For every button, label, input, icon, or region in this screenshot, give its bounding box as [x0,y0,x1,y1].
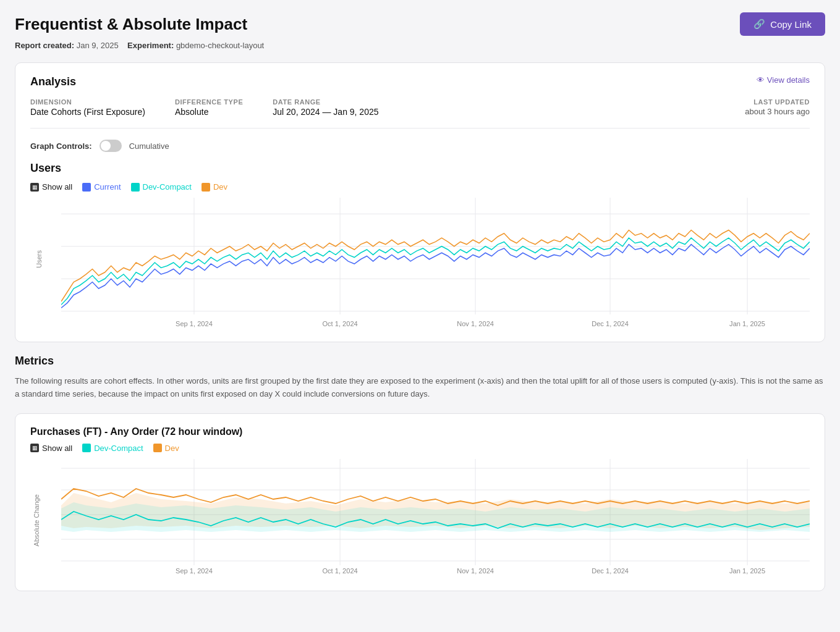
users-y-label: Users [35,250,43,268]
users-title: Users [30,162,810,175]
legend-current[interactable]: Current [82,182,121,192]
copy-link-button[interactable]: 🔗 Copy Link [740,12,825,36]
last-updated-label: last updated [745,98,810,106]
purchases-chart-svg: 1 0.5 0 -0.5 -1 Sep 1, 2024 Oct 1, 2024 … [61,459,810,576]
purchases-legend-dev-compact[interactable]: Dev-Compact [82,444,143,453]
graph-controls-label: Graph Controls: [30,141,92,151]
svg-text:Sep 1, 2024: Sep 1, 2024 [176,567,213,575]
dimension-value: Date Cohorts (First Exposure) [30,107,145,117]
metrics-section: Metrics The following results are cohort… [15,355,825,591]
users-chart-container: Users 80 60 40 20 [30,198,810,329]
purchases-legend-show-all[interactable]: ▦ Show all [30,444,72,453]
analysis-title: Analysis [30,75,76,88]
view-details-label: View details [767,75,810,85]
purchases-title: Purchases (FT) - Any Order (72 hour wind… [30,426,810,437]
difference-type-value: Absolute [175,107,243,117]
current-label: Current [94,182,121,192]
eye-icon: 👁 [757,75,765,85]
date-range-label: DATE RANGE [273,98,378,106]
report-meta: Report created: Jan 9, 2025 Experiment: … [15,41,825,50]
last-updated-value: about 3 hours ago [745,107,810,116]
svg-text:Dec 1, 2024: Dec 1, 2024 [592,567,629,575]
purchases-dev-compact-icon [82,444,91,452]
purchases-card: Purchases (FT) - Any Order (72 hour wind… [15,413,825,591]
legend-show-all[interactable]: ▦ Show all [30,182,72,192]
svg-text:Oct 1, 2024: Oct 1, 2024 [322,567,357,575]
dev-compact-label: Dev-Compact [143,182,192,192]
svg-text:Sep 1, 2024: Sep 1, 2024 [176,320,213,327]
purchases-dev-icon [153,444,162,452]
show-all-icon: ▦ [30,183,39,192]
legend-dev[interactable]: Dev [202,182,227,192]
svg-text:Nov 1, 2024: Nov 1, 2024 [457,567,494,575]
page-title: Frequentist & Absolute Impact [15,15,247,34]
analysis-card: Analysis 👁 View details DIMENSION Date C… [15,62,825,342]
graph-controls: Graph Controls: Cumulative [30,140,810,152]
dev-icon [202,183,210,192]
users-section: Users ▦ Show all Current Dev-Compact De [30,162,810,329]
svg-text:Nov 1, 2024: Nov 1, 2024 [457,320,494,327]
metrics-title: Metrics [15,355,825,368]
svg-text:Dec 1, 2024: Dec 1, 2024 [592,320,629,327]
svg-text:Oct 1, 2024: Oct 1, 2024 [322,320,357,327]
users-chart-svg: 80 60 40 20 Sep 1, 2024 Oct 1, 2024 Nov … [61,198,810,327]
purchases-dev-label: Dev [165,444,179,453]
dev-compact-icon [131,183,140,192]
legend-dev-compact[interactable]: Dev-Compact [131,182,192,192]
current-icon [82,183,91,192]
show-all-label: Show all [42,182,72,192]
cumulative-label: Cumulative [129,141,169,151]
date-range-value: Jul 20, 2024 — Jan 9, 2025 [273,107,378,117]
dev-label: Dev [213,182,227,192]
difference-type-label: DIFFERENCE TYPE [175,98,243,106]
metrics-description: The following results are cohort effects… [15,375,825,401]
purchases-chart-container: Absolute Change 1 0.5 [30,459,810,578]
purchases-legend: ▦ Show all Dev-Compact Dev [30,444,810,453]
purchases-dev-compact-label: Dev-Compact [94,444,143,453]
purchases-legend-dev[interactable]: Dev [153,444,179,453]
svg-text:Jan 1, 2025: Jan 1, 2025 [729,320,765,327]
cumulative-toggle[interactable] [100,140,122,152]
copy-link-label: Copy Link [770,19,812,30]
dimension-label: DIMENSION [30,98,145,106]
purchases-show-all-icon: ▦ [30,444,39,452]
view-details-link[interactable]: 👁 View details [757,75,810,85]
svg-text:Jan 1, 2025: Jan 1, 2025 [729,567,765,575]
purchases-show-all-label: Show all [42,444,72,453]
purchases-y-label: Absolute Change [33,494,40,546]
users-legend: ▦ Show all Current Dev-Compact Dev [30,182,810,192]
link-icon: 🔗 [753,19,765,30]
